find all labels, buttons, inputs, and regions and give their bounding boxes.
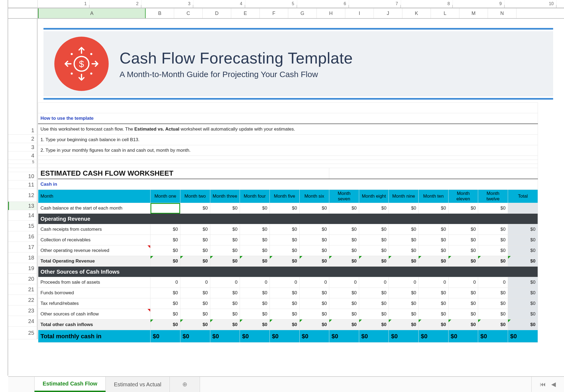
cell[interactable]: $0 — [508, 235, 538, 245]
row-label[interactable]: Collection of receivables — [38, 235, 151, 245]
cell[interactable]: $0 — [478, 224, 508, 235]
header-month-9[interactable]: Month nine — [389, 190, 419, 203]
intro-line-1[interactable]: Use this worksheet to forecast cash flow… — [38, 124, 538, 135]
section-operating-revenue[interactable]: Operating Revenue — [38, 214, 538, 224]
cell[interactable]: $0 — [389, 288, 419, 298]
header-month-6[interactable]: Month six — [299, 190, 329, 203]
cell[interactable]: $0 — [508, 309, 538, 320]
tab-estimated-vs-actual[interactable]: Estimated vs Actual — [106, 377, 170, 392]
row-header[interactable]: 21 — [8, 284, 37, 295]
cell[interactable]: $0 — [478, 298, 508, 309]
cell[interactable]: $0 — [478, 235, 508, 245]
cell[interactable]: $0 — [151, 330, 180, 343]
cell[interactable]: $0 — [180, 235, 210, 245]
intro-line3[interactable]: 2. Type in your monthly figures for cash… — [38, 145, 538, 156]
cell-start-balance[interactable]: $0 — [210, 203, 240, 214]
tab-estimated-cash-flow[interactable]: Estimated Cash Flow — [35, 377, 106, 392]
cell[interactable]: $0 — [299, 320, 329, 330]
cell[interactable]: $0 — [508, 298, 538, 309]
row-label[interactable]: Tax refund/rebates — [38, 298, 151, 309]
row-header[interactable]: 3 — [8, 143, 37, 151]
row-header[interactable]: 16 — [8, 231, 37, 242]
cell[interactable]: $0 — [419, 256, 449, 267]
cell[interactable]: $0 — [210, 224, 240, 235]
cell[interactable]: $0 — [508, 320, 538, 330]
cell[interactable]: $0 — [180, 256, 210, 267]
row-header[interactable]: 20 — [8, 274, 37, 284]
cell[interactable]: $0 — [419, 330, 449, 343]
cell-start-balance[interactable]: $0 — [448, 203, 478, 214]
column-header-l[interactable]: L — [431, 8, 459, 18]
cell[interactable]: $0 — [508, 256, 538, 267]
cell[interactable]: 0 — [389, 277, 419, 288]
cell[interactable]: $0 — [299, 256, 329, 267]
cell-start-balance[interactable] — [151, 203, 180, 214]
column-header-n[interactable]: N — [488, 8, 516, 18]
row-header[interactable]: 1 — [8, 126, 37, 135]
cell[interactable]: $0 — [210, 256, 240, 267]
column-header-c[interactable]: C — [174, 8, 203, 18]
cell[interactable]: 0 — [240, 277, 270, 288]
cell[interactable]: $0 — [210, 320, 240, 330]
cell[interactable]: 0 — [448, 277, 478, 288]
cell[interactable]: $0 — [240, 330, 270, 343]
row-total-other[interactable]: Total other cash inflows — [38, 320, 151, 330]
cell[interactable]: $0 — [270, 256, 299, 267]
cell[interactable]: $0 — [270, 320, 299, 330]
cell[interactable]: $0 — [151, 298, 180, 309]
row-header[interactable] — [8, 164, 37, 168]
row-header[interactable]: 14 — [8, 210, 37, 221]
cell-start-balance[interactable]: $0 — [270, 203, 299, 214]
row-label[interactable]: Other sources of cash inflow — [38, 309, 151, 320]
cell[interactable]: $0 — [210, 288, 240, 298]
cell[interactable]: $0 — [359, 224, 389, 235]
cell[interactable]: $0 — [151, 309, 180, 320]
row-total-operating[interactable]: Total Operating Revenue — [38, 256, 151, 267]
cell[interactable]: $0 — [359, 320, 389, 330]
cell[interactable]: $0 — [508, 277, 538, 288]
row-header[interactable]: 15 — [8, 221, 37, 231]
cell[interactable]: $0 — [180, 320, 210, 330]
cell[interactable]: $0 — [210, 245, 240, 256]
cell[interactable]: $0 — [299, 245, 329, 256]
cell[interactable]: $0 — [270, 224, 299, 235]
cell[interactable]: $0 — [151, 256, 180, 267]
select-all-corner[interactable] — [8, 8, 38, 18]
cell[interactable] — [329, 168, 538, 179]
column-header-g[interactable]: G — [288, 8, 317, 18]
cell[interactable]: $0 — [389, 235, 419, 245]
cell[interactable]: $0 — [270, 330, 299, 343]
cell[interactable]: $0 — [299, 330, 329, 343]
cell[interactable]: $0 — [389, 309, 419, 320]
cell[interactable]: 0 — [151, 277, 180, 288]
header-month-7[interactable]: Month seven — [329, 190, 359, 203]
cell[interactable]: $0 — [389, 330, 419, 343]
cell-start-balance[interactable] — [508, 203, 538, 214]
section-other-inflows[interactable]: Other Sources of Cash Inflows — [38, 267, 538, 277]
worksheet-title[interactable]: ESTIMATED CASH FLOW WORKSHEET — [38, 168, 329, 179]
cell[interactable]: $0 — [210, 235, 240, 245]
cell[interactable]: $0 — [329, 320, 359, 330]
cell[interactable]: $0 — [151, 224, 180, 235]
row-header[interactable]: 19 — [8, 263, 37, 274]
column-header-e[interactable]: E — [231, 8, 260, 18]
header-month-12[interactable]: Month twelve — [478, 190, 508, 203]
cell[interactable]: $0 — [270, 288, 299, 298]
cell[interactable]: $0 — [270, 245, 299, 256]
cell[interactable]: $0 — [240, 298, 270, 309]
cell-start-balance[interactable]: $0 — [240, 203, 270, 214]
cell[interactable]: $0 — [299, 309, 329, 320]
row-label[interactable]: Proceeds from sale of assets — [38, 277, 151, 288]
cell[interactable]: $0 — [419, 320, 449, 330]
row-header[interactable]: 12 — [8, 189, 37, 202]
cell[interactable]: $0 — [299, 298, 329, 309]
row-label[interactable]: Funds borrowed — [38, 288, 151, 298]
cell[interactable]: $0 — [359, 235, 389, 245]
row-header[interactable]: 25 — [8, 327, 37, 339]
intro-line2[interactable]: 1. Type your beginning cash balance in c… — [38, 135, 538, 145]
cell[interactable]: $0 — [151, 288, 180, 298]
column-header-m[interactable]: M — [459, 8, 488, 18]
cell-start-balance[interactable]: $0 — [299, 203, 329, 214]
cell[interactable]: 0 — [359, 277, 389, 288]
cell[interactable]: $0 — [448, 298, 478, 309]
